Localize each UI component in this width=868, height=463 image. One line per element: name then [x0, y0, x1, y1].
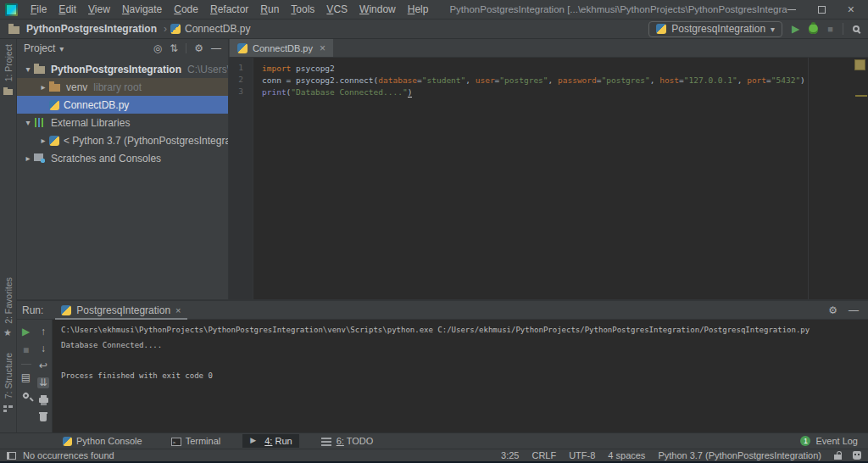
- run-panel-header: Run: PostgresqIntegration × ⚙ —: [17, 301, 868, 320]
- stop-button[interactable]: ■: [827, 24, 833, 34]
- tree-item-scratches-and-consoles[interactable]: ▸Scratches and Consoles: [17, 149, 228, 167]
- search-everywhere-icon[interactable]: [853, 25, 860, 32]
- inspection-indicator[interactable]: [854, 59, 865, 70]
- toolwindow-python-console[interactable]: Python Console: [56, 434, 149, 448]
- minimize-icon[interactable]: [787, 9, 796, 10]
- app-icon: [5, 3, 18, 16]
- status-python-3-7-pythonpostgresintegration[interactable]: Python 3.7 (PythonPostgresIntegration): [658, 450, 821, 460]
- project-panel-title[interactable]: Project: [24, 42, 55, 54]
- run-tab-postgresqintegration[interactable]: PostgresqIntegration ×: [55, 301, 186, 320]
- menu-code[interactable]: Code: [168, 3, 204, 15]
- chevron-down-icon[interactable]: ▾: [59, 44, 64, 53]
- toolbar-divider: [843, 23, 843, 35]
- close-tab-icon[interactable]: ×: [175, 305, 181, 315]
- console-line: [61, 356, 868, 371]
- maximize-icon[interactable]: [818, 6, 826, 14]
- hide-panel-icon[interactable]: —: [849, 304, 859, 316]
- collapse-all-icon[interactable]: ⇅: [170, 42, 178, 54]
- restore-layout-button[interactable]: ▤: [21, 372, 31, 383]
- tree-item-external-libraries[interactable]: ▾External Libraries: [17, 114, 228, 131]
- event-log-button[interactable]: 1 Event Log: [800, 436, 868, 446]
- tree-item-python-3-7-pythonpostgresintegration[interactable]: ▸< Python 3.7 (PythonPostgresIntegration…: [17, 131, 228, 149]
- tool-window-toggle-icon[interactable]: [7, 452, 16, 460]
- window-controls: ×: [787, 5, 868, 14]
- breadcrumb-file[interactable]: ConnectDB.py: [185, 23, 250, 35]
- lock-icon[interactable]: [834, 455, 842, 460]
- menu-view[interactable]: View: [82, 3, 116, 15]
- highlighting-level-icon[interactable]: [853, 451, 861, 460]
- tree-label: venv: [66, 81, 87, 93]
- soft-wrap-button[interactable]: ↩: [39, 360, 47, 371]
- python-file-icon: [49, 136, 59, 146]
- toolstrip-7-structure[interactable]: 7: Structure: [3, 353, 14, 414]
- console-line: C:\Users\ekhmusi\PythonProjects\PythonPo…: [61, 326, 868, 341]
- toolstrip-2-favorites[interactable]: 2: Favorites: [3, 277, 14, 339]
- menu-refactor[interactable]: Refactor: [204, 3, 254, 15]
- print-icon[interactable]: [39, 398, 48, 403]
- scroll-to-end-button[interactable]: ⇊: [37, 377, 49, 388]
- stop-button[interactable]: ■: [23, 345, 29, 356]
- chevron-down-icon: ▾: [771, 25, 775, 34]
- tree-right-arrow-icon[interactable]: ▸: [37, 82, 49, 92]
- menu-file[interactable]: File: [25, 3, 53, 15]
- tree-item-connectdb-py[interactable]: ConnectDB.py: [17, 96, 228, 114]
- menu-edit[interactable]: Edit: [53, 3, 82, 15]
- run-panel-label: Run:: [22, 304, 43, 316]
- toolwindow-4-run[interactable]: 4: Run: [242, 434, 298, 448]
- tree-item-venv[interactable]: ▸venvlibrary root: [17, 78, 228, 96]
- menu-bar: FileEditViewNavigateCodeRefactorRunTools…: [25, 3, 434, 15]
- tree-item-pythonpostgresintegration[interactable]: ▾PythonPostgresIntegrationC:\Users\ekhmu…: [17, 60, 228, 78]
- toolwindow-terminal[interactable]: Terminal: [164, 434, 228, 448]
- code-line[interactable]: print("Database Connected...."): [262, 86, 868, 98]
- console-output[interactable]: C:\Users\ekhmusi\PythonProjects\PythonPo…: [53, 320, 868, 432]
- line-number[interactable]: 1: [229, 63, 253, 75]
- tree-down-arrow-icon[interactable]: ▾: [22, 64, 34, 74]
- line-number[interactable]: 3: [229, 86, 253, 98]
- menu-window[interactable]: Window: [353, 3, 402, 15]
- tree-right-arrow-icon[interactable]: ▸: [37, 136, 49, 145]
- menu-help[interactable]: Help: [402, 3, 435, 15]
- editor-body[interactable]: 123 import psycopg2conn = psycopg2.conne…: [229, 58, 868, 299]
- debug-button[interactable]: [809, 24, 818, 34]
- status-3-25[interactable]: 3:25: [501, 450, 519, 460]
- down-stack-trace-button[interactable]: ↓: [41, 343, 46, 354]
- gear-icon[interactable]: ⚙: [828, 304, 837, 316]
- tab-connectdb[interactable]: ConnectDB.py ×: [230, 39, 333, 57]
- status-4-spaces[interactable]: 4 spaces: [608, 450, 645, 460]
- hide-panel-icon[interactable]: —: [211, 42, 221, 54]
- close-tab-icon[interactable]: ×: [320, 42, 326, 54]
- menu-run[interactable]: Run: [254, 3, 285, 15]
- warning-stripe-mark[interactable]: [855, 95, 867, 97]
- tree-down-arrow-icon[interactable]: ▾: [22, 118, 34, 127]
- code-area[interactable]: import psycopg2conn = psycopg2.connect(d…: [253, 58, 868, 299]
- python-icon: [63, 437, 72, 446]
- menu-vcs[interactable]: VCS: [320, 3, 353, 15]
- run-tab-label: PostgresqIntegration: [76, 304, 170, 316]
- toolwindow-6-todo[interactable]: 6: TODO: [314, 434, 381, 448]
- status-utf-8[interactable]: UTF-8: [569, 450, 595, 460]
- gear-icon[interactable]: ⚙: [194, 42, 203, 54]
- rerun-button[interactable]: ▶: [22, 326, 30, 337]
- menu-navigate[interactable]: Navigate: [116, 3, 168, 15]
- close-icon[interactable]: ×: [848, 5, 854, 14]
- toolstrip-1-project[interactable]: 1: Project: [3, 44, 14, 97]
- editor: ConnectDB.py × 123 import psycopg2conn =…: [229, 39, 868, 299]
- editor-gutter[interactable]: 123: [229, 58, 253, 299]
- up-stack-trace-button[interactable]: ↑: [41, 326, 46, 337]
- list-icon: [321, 436, 332, 446]
- menu-tools[interactable]: Tools: [285, 3, 320, 15]
- run-config-select[interactable]: PostgresqIntegration ▾: [648, 21, 782, 37]
- status-crlf[interactable]: CRLF: [531, 450, 556, 460]
- run-button[interactable]: ▶: [792, 23, 799, 35]
- pin-tab-icon[interactable]: [22, 392, 31, 400]
- tree-label: Scratches and Consoles: [51, 153, 161, 165]
- toolwindow-label: 6: TODO: [337, 436, 374, 446]
- code-line[interactable]: conn = psycopg2.connect(database="studen…: [262, 75, 868, 86]
- tree-right-arrow-icon[interactable]: ▸: [22, 153, 34, 163]
- clear-all-icon[interactable]: [40, 414, 47, 421]
- code-line[interactable]: import psycopg2: [262, 63, 868, 75]
- breadcrumb-project[interactable]: PythonPostgresIntegration: [26, 23, 157, 35]
- line-number[interactable]: 2: [229, 75, 253, 86]
- folder-icon: [3, 86, 14, 97]
- locate-icon[interactable]: ◎: [153, 42, 162, 54]
